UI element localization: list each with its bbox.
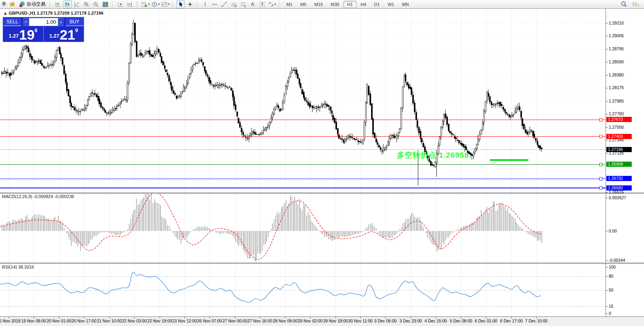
pivot-annotation: 多空转折点 1.26958. xyxy=(397,150,471,160)
timeframe-m30[interactable]: M30 xyxy=(327,1,343,8)
trade-panel-controls: SELL ▼ ▲ BUY xyxy=(3,17,84,26)
toolbar-separator xyxy=(50,1,51,8)
dropdown-caret: ▾ xyxy=(158,3,160,6)
volume-input[interactable] xyxy=(29,18,58,26)
new-order-icon[interactable] xyxy=(8,0,17,8)
time-axis-label: 7 Dec 10:00 xyxy=(525,318,548,323)
buy-price-big-digits: 21 xyxy=(60,29,75,41)
timeframe-d1[interactable]: D1 xyxy=(371,1,383,8)
text-icon[interactable]: A xyxy=(248,0,257,8)
horizontal-line-icon[interactable] xyxy=(210,0,219,8)
time-axis-label: 16 Nov 2018 xyxy=(0,318,21,323)
time-axis-label: 3 Dec 06:00 xyxy=(374,318,397,323)
equidistant-channel-icon[interactable]: E xyxy=(229,0,238,8)
toolbar-separator xyxy=(197,1,198,8)
periods-icon[interactable]: ▾ xyxy=(151,0,160,8)
svg-text:E: E xyxy=(235,5,237,8)
buy-price-prefix: 1.27 xyxy=(50,33,59,39)
time-axis-label: 6 Dec 01:00 xyxy=(475,318,497,323)
timeframe-w1[interactable]: W1 xyxy=(384,1,398,8)
timeframe-mn[interactable]: MN xyxy=(398,1,412,8)
timeframe-h4[interactable]: H4 xyxy=(357,1,370,8)
auto-trading-label: 自动交易 xyxy=(27,1,46,8)
dropdown-caret: ▾ xyxy=(274,3,276,6)
time-axis-label: 27 Nov 16:00 xyxy=(248,318,272,323)
crosshair-icon[interactable] xyxy=(186,0,194,8)
toolbar-separator xyxy=(112,1,114,8)
volume-decrease-button[interactable]: ▼ xyxy=(23,18,29,26)
candlestick-chart-icon[interactable] xyxy=(63,0,72,8)
time-axis: 16 Nov 201819 Nov 08:0020 Nov 01:0020 No… xyxy=(0,317,644,326)
zoom-in-icon[interactable] xyxy=(82,0,91,8)
buy-price[interactable]: 1.27219 xyxy=(44,26,84,42)
time-axis-label: 22 Nov 03:00 xyxy=(122,318,147,323)
toolbar-right-group xyxy=(619,0,642,8)
timeframe-group: M1M5M15M30H1H4D1W1MN xyxy=(283,1,412,8)
sell-button[interactable]: SELL xyxy=(4,18,21,26)
time-axis-label: 6 Dec 17:00 xyxy=(500,318,523,323)
trade-panel-prices: 1.27196 1.27219 xyxy=(3,26,84,42)
dropdown-caret: ▾ xyxy=(168,3,170,6)
chat-icon[interactable] xyxy=(631,0,640,8)
time-axis-label: 22 Nov 19:00 xyxy=(147,318,172,323)
sell-price-prefix: 1.27 xyxy=(9,33,19,39)
line-chart-icon[interactable] xyxy=(72,0,81,8)
timeframe-m1[interactable]: M1 xyxy=(283,1,296,8)
symbol-title: ▲ GBPUSD-,H1 1.27179 1.27209 1.27179 1.2… xyxy=(3,11,103,15)
chart-canvas[interactable] xyxy=(0,0,644,326)
time-axis-label: 3 Dec 23:00 xyxy=(400,318,422,323)
dropdown-caret: ▾ xyxy=(148,3,150,6)
time-axis-label: 4 Dec 15:00 xyxy=(425,318,447,323)
sell-price-pip: 6 xyxy=(34,27,37,33)
toolbar-separator xyxy=(137,1,138,8)
bar-chart-icon[interactable] xyxy=(53,0,62,8)
toolbar-separator xyxy=(279,1,280,8)
zoom-out-icon[interactable] xyxy=(91,0,100,8)
auto-trading-button[interactable]: 自动交易 xyxy=(17,0,47,8)
toolbar: 单 自动交易 xyxy=(0,0,644,9)
symbol-ohlc-text: GBPUSD-,H1 1.27179 1.27209 1.27179 1.271… xyxy=(9,11,103,15)
one-click-trading-panel: SELL ▼ ▲ BUY 1.27196 1.27219 xyxy=(3,17,84,42)
toolbar-separator xyxy=(172,1,174,8)
time-axis-label: 28 Nov 09:00 xyxy=(273,318,297,323)
cursor-icon[interactable] xyxy=(176,0,185,8)
volume-increase-button[interactable]: ▲ xyxy=(59,18,64,26)
buy-button[interactable]: BUY xyxy=(66,18,83,26)
auto-trading-icon xyxy=(19,1,25,8)
templates-icon[interactable]: ▾ xyxy=(161,0,170,8)
time-axis-label: 23 Nov 12:00 xyxy=(172,318,197,323)
search-icon[interactable] xyxy=(619,0,628,8)
time-axis-label: 26 Nov 07:00 xyxy=(197,318,222,323)
order-menu-text[interactable]: 单 xyxy=(2,1,6,8)
sell-price-big-digits: 19 xyxy=(19,29,34,41)
timeframe-m5[interactable]: M5 xyxy=(297,1,310,8)
svg-text:F: F xyxy=(244,5,246,8)
direction-arrow-icon: ▲ xyxy=(3,11,8,15)
auto-scroll-icon[interactable] xyxy=(116,0,125,8)
tile-windows-icon[interactable] xyxy=(101,0,110,8)
trendline-icon[interactable] xyxy=(220,0,229,8)
time-axis-label: 29 Nov 02:00 xyxy=(298,318,322,323)
macd-indicator-label: MACD(12,26,9) -0.000824 -0.000238 xyxy=(2,194,74,199)
timeframe-h1[interactable]: H1 xyxy=(343,1,356,8)
mt4-window: 单 自动交易 xyxy=(0,0,644,326)
time-axis-label: 29 Nov 18:00 xyxy=(323,318,348,323)
time-axis-label: 21 Nov 10:00 xyxy=(97,318,122,323)
time-axis-label: 19 Nov 08:00 xyxy=(21,318,46,323)
time-axis-label: 30 Nov 11:00 xyxy=(348,318,373,323)
indicators-icon[interactable]: ▾ xyxy=(141,0,150,8)
time-axis-label: 20 Nov 01:00 xyxy=(47,318,71,323)
vertical-line-icon[interactable] xyxy=(201,0,210,8)
time-axis-label: 5 Dec 08:00 xyxy=(450,318,473,323)
sell-price[interactable]: 1.27196 xyxy=(3,26,43,42)
buy-price-pip: 9 xyxy=(75,27,78,33)
time-axis-label: 20 Nov 17:00 xyxy=(72,318,96,323)
text-label-icon[interactable]: T xyxy=(258,0,267,8)
rsi-indicator-label: RSI(14) 38.3316 xyxy=(2,265,34,269)
timeframe-m15[interactable]: M15 xyxy=(311,1,326,8)
chart-shift-icon[interactable] xyxy=(126,0,134,8)
fibonacci-icon[interactable]: F xyxy=(239,0,248,8)
arrows-icon[interactable]: ▾ xyxy=(267,0,276,8)
time-axis-label: 27 Nov 00:00 xyxy=(223,318,247,323)
